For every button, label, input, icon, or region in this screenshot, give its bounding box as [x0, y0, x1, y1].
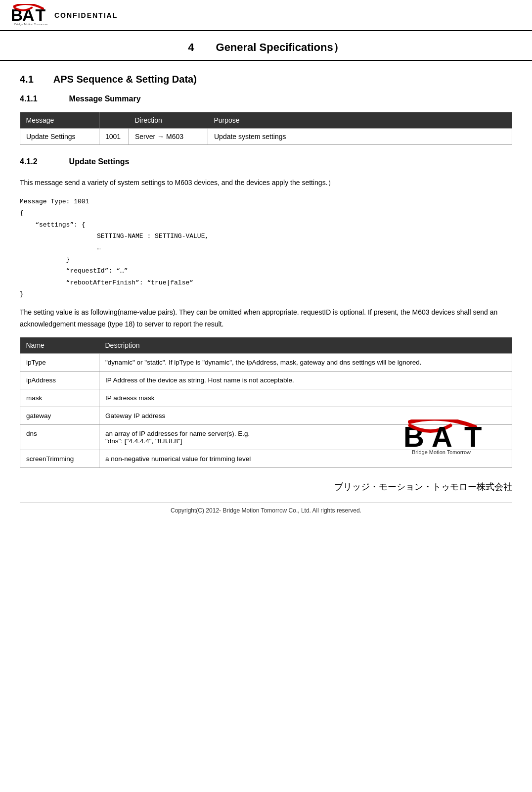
table-header-message: Message	[20, 112, 99, 129]
table-row: gateway Gateway IP address	[20, 407, 512, 424]
table-row: screenTrimming a non-negative numerical …	[20, 450, 512, 467]
setting-desc-dns: an array of IP addresses for name server…	[99, 424, 512, 450]
setting-desc-gateway: Gateway IP address	[99, 407, 512, 424]
logo-container: B A T Bridge Motion Tomorrow	[10, 4, 49, 26]
section-412-code: Message Type: 1001 { “settings”: { SETTI…	[20, 196, 512, 300]
section-title: 4 General Specifications）	[0, 31, 532, 61]
table-row: mask IP adresss mask	[20, 389, 512, 407]
page-wrapper: B A T Bridge Motion Tomorrow CONFIDENTIA…	[0, 0, 532, 792]
setting-desc-screentrimming: a non-negative numerical value for trimm…	[99, 450, 512, 467]
setting-desc-mask: IP adresss mask	[99, 389, 512, 407]
settings-table: Name Description ipType "dynamic" or "st…	[20, 337, 512, 468]
table-row: Update Settings 1001 Server → M603 Updat…	[20, 129, 512, 145]
table-cell-purpose: Update system settings	[208, 129, 512, 145]
message-summary-table: Message Direction Purpose Update Setting…	[20, 112, 512, 145]
setting-name-ipaddress: ipAddress	[20, 371, 99, 389]
section-412-para2: The setting value is as following(name-v…	[20, 307, 512, 330]
setting-desc-iptype: "dynamic" or "static". If ipType is "dyn…	[99, 353, 512, 371]
setting-desc-ipaddress: IP Address of the device as string. Host…	[99, 371, 512, 389]
section-41-heading: 4.1 APS Sequence & Setting Data)	[20, 73, 512, 86]
table-cell-direction: Server → M603	[129, 129, 208, 145]
confidential-label: CONFIDENTIAL	[54, 11, 118, 19]
settings-header-desc: Description	[99, 337, 512, 354]
settings-header-name: Name	[20, 337, 99, 354]
setting-name-iptype: ipType	[20, 353, 99, 371]
settings-table-container: Name Description ipType "dynamic" or "st…	[20, 337, 512, 468]
setting-name-dns: dns	[20, 424, 99, 450]
table-header-direction: Direction	[129, 112, 208, 129]
content-area: 4.1 APS Sequence & Setting Data) 4.1.1 M…	[0, 73, 532, 468]
section-412-para1: This message send a variety of system se…	[20, 177, 512, 189]
setting-name-gateway: gateway	[20, 407, 99, 424]
svg-text:A: A	[22, 5, 34, 24]
section-411-heading: 4.1.1 Message Summary	[20, 94, 512, 104]
table-cell-num: 1001	[99, 129, 129, 145]
table-header-purpose: Purpose	[208, 112, 512, 129]
japanese-company-name: ブリッジ・モーション・トゥモロー株式会社	[0, 476, 532, 498]
section-412-heading: 4.1.2 Update Settings	[20, 157, 512, 167]
footer: Copyright(C) 2012- Bridge Motion Tomorro…	[20, 503, 512, 514]
table-cell-message: Update Settings	[20, 129, 99, 145]
table-header-num	[99, 112, 129, 129]
table-row: ipType "dynamic" or "static". If ipType …	[20, 353, 512, 371]
setting-name-screentrimming: screenTrimming	[20, 450, 99, 467]
bat-logo-icon: B A T Bridge Motion Tomorrow	[10, 4, 49, 26]
svg-text:Bridge Motion Tomorrow: Bridge Motion Tomorrow	[14, 22, 48, 26]
setting-name-mask: mask	[20, 389, 99, 407]
table-row: dns an array of IP addresses for name se…	[20, 424, 512, 450]
table-row: ipAddress IP Address of the device as st…	[20, 371, 512, 389]
copyright-text: Copyright(C) 2012- Bridge Motion Tomorro…	[171, 507, 361, 514]
header: B A T Bridge Motion Tomorrow CONFIDENTIA…	[0, 0, 532, 31]
